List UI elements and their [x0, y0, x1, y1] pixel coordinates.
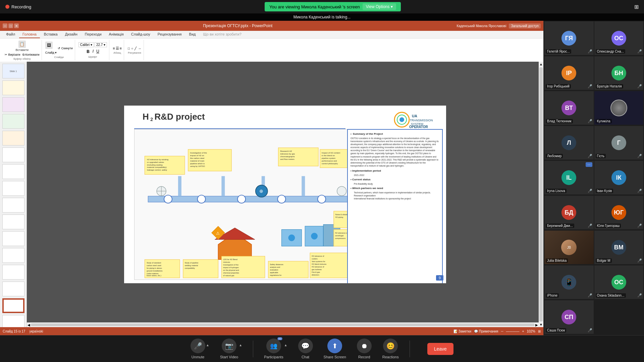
tab-insert[interactable]: Вставка [41, 31, 61, 38]
reactions-button[interactable]: 😊 Reactions [382, 339, 399, 359]
tab-home[interactable]: Головна [19, 31, 40, 38]
pp-close-btn[interactable]: ✕ [14, 23, 19, 28]
slide-thumb-8[interactable]: 8 [0, 181, 26, 196]
slide-thumb-12[interactable]: 12 [0, 248, 26, 263]
slide-thumb-9[interactable]: 9 [0, 198, 26, 213]
participant-tile-bratsiv[interactable]: БН Братців Наталія 🎤 [594, 56, 644, 90]
vertical-scrollbar[interactable]: ▲ ▼ [539, 62, 543, 327]
slide-thumb-14[interactable]: 14 [0, 282, 26, 296]
shape-arrow[interactable]: → [138, 46, 142, 51]
shape-rect[interactable]: □ [127, 46, 130, 51]
notes-btn[interactable]: 📝 Заметки [453, 329, 471, 333]
h-scroll-thumb[interactable] [31, 323, 535, 326]
slide-thumb-4[interactable]: 4 [0, 114, 26, 129]
reset-btn[interactable]: ↺ Скинути [58, 47, 73, 50]
participant-tile-oksana[interactable]: ОС Охана Skladann... 🎤 [594, 265, 644, 299]
scroll-left-btn[interactable]: ◀ [28, 323, 30, 327]
scroll-right-btn[interactable]: ▶ [535, 323, 538, 327]
cut-btn[interactable]: ✂ Вирізати [5, 53, 20, 57]
view-options-button[interactable]: View Options ▾ [363, 3, 396, 10]
video-arrow[interactable]: ▲ [239, 343, 242, 347]
tab-search[interactable]: Що ви хотіте зробити? [200, 31, 245, 38]
slide-thumb-3[interactable]: 3 [0, 97, 26, 112]
slide-thumb-13[interactable]: 13 [0, 265, 26, 280]
participant-tile-geletiy[interactable]: ГЯ Гелетій Ярос... 🎤 [544, 21, 594, 55]
participant-name: Любомир [546, 154, 563, 158]
slide-thumb-6[interactable]: 6 [0, 147, 26, 162]
scroll-up-btn[interactable]: ▲ [539, 62, 543, 66]
slide-thumb-1[interactable]: 1 Slide 1 [0, 64, 26, 78]
pp-min-btn[interactable]: ─ [3, 23, 7, 28]
zoom-slider[interactable]: ———— [506, 329, 520, 333]
slide-thumb-5[interactable]: 5 [0, 131, 26, 145]
new-slide-btn[interactable]: 🖼 Слайд ▾ [45, 42, 57, 55]
scroll-down-btn[interactable]: ▼ [539, 323, 543, 326]
participant-tile-bolgar[interactable]: BM Bolgar M 🎤 [594, 231, 644, 264]
slide-thumb-7[interactable]: 7 [0, 164, 26, 179]
tab-slideshow[interactable]: Слайд-шоу [128, 31, 154, 38]
shape-oval[interactable]: ○ [131, 46, 133, 51]
slide-thumb-16[interactable]: 16 [0, 315, 26, 327]
svg-text:applicable: applicable [270, 272, 278, 274]
participant-tile-sasha[interactable]: СП Саша Псюк 🎤 [544, 300, 594, 334]
share-screen-button[interactable]: ⬆ Share Screen [324, 339, 346, 359]
tab-design[interactable]: Дизайн [62, 31, 81, 38]
tab-view[interactable]: Вид [186, 31, 199, 38]
fit-btn[interactable]: ⊞ [538, 329, 541, 333]
participants-label: Participants [264, 355, 283, 359]
slide-thumb-15[interactable]: 15 [0, 298, 26, 313]
participants-arrow[interactable]: ▲ [284, 343, 287, 347]
slide-thumb-11[interactable]: 11 [0, 231, 26, 246]
shape-line[interactable]: ╱ [134, 46, 137, 51]
unmute-button[interactable]: 🎤 Unmute [191, 339, 205, 359]
grid-view-icon[interactable]: ⊞ [634, 4, 639, 10]
font-size-select[interactable]: 22.7 ▾ [95, 42, 107, 47]
svg-text:LDS for H2 Blend: LDS for H2 Blend [223, 258, 237, 260]
zoom-out-btn[interactable]: ─ [501, 329, 503, 333]
bold-btn[interactable]: B [85, 49, 91, 55]
align-right-btn[interactable]: ≡ [120, 46, 122, 50]
tab-review[interactable]: Рецензування [154, 31, 185, 38]
more-options-btn[interactable]: ··· [586, 162, 592, 167]
underline-btn[interactable]: U [95, 49, 100, 55]
participant-tile-berezhnyi[interactable]: БД Бережний Дми... 🎤 [544, 196, 594, 229]
participant-tile-vlad[interactable]: ВТ Влад Тютюнник 🎤 [544, 91, 594, 125]
unmute-arrow[interactable]: ▲ [206, 343, 209, 347]
participant-tile-guest[interactable]: Г Гість 🎤 [594, 126, 644, 160]
svg-text:Impact of H2 content: Impact of H2 content [322, 152, 340, 154]
horizontal-scrollbar[interactable]: ◀ ▶ [27, 322, 539, 327]
scroll-thumb[interactable] [539, 67, 543, 321]
align-center-btn[interactable]: ☰ [116, 46, 119, 51]
participant-tile-kulikila[interactable]: Куликіла [594, 91, 644, 125]
participant-tile-yulia[interactable]: ЮГ Юля Григораш 🎤 [594, 196, 644, 229]
participant-tile-julia[interactable]: JB Julia Biletska [544, 231, 594, 264]
slide-thumb-10[interactable]: 10 [0, 215, 26, 229]
zoom-in-btn[interactable]: + [522, 329, 524, 333]
start-video-button[interactable]: 📷 Start Video [220, 339, 238, 359]
participants-button[interactable]: 👥 60 Participants [264, 339, 283, 359]
pp-max-btn[interactable]: □ [8, 23, 13, 28]
paste-btn[interactable]: 📋 Вставити [14, 40, 30, 52]
avatar: ІР [561, 66, 576, 80]
participant-tile-iphone[interactable]: 📱 iPhone 🎤 [544, 265, 594, 299]
font-select[interactable]: Calibri ▾ [78, 42, 94, 47]
slide-thumb-2[interactable]: 2 [0, 80, 26, 95]
tab-file[interactable]: Файл [3, 31, 18, 38]
italic-btn[interactable]: I [92, 49, 95, 55]
tab-animation[interactable]: Анімація [106, 31, 127, 38]
participant-tile-iryna[interactable]: IL Iryna Lisova 🎤 ··· [544, 161, 594, 194]
participant-tile-ivan[interactable]: ІК Іван Кузів 🎤 [594, 161, 644, 194]
participant-tile-liubomyr[interactable]: Л Любомир 🎤 [544, 126, 594, 160]
svg-text:leakage control, safety: leakage control, safety [147, 169, 167, 171]
chat-button[interactable]: 💬 Chat [298, 339, 313, 359]
align-left-btn[interactable]: ≡ [113, 46, 115, 50]
tab-transitions[interactable]: Переходи [82, 31, 105, 38]
record-button[interactable]: ⏺ Record [357, 339, 372, 359]
participant-tile-igor[interactable]: ІР Ігор Рибіцький 🎤 [544, 56, 594, 90]
leave-button[interactable]: Leave [427, 343, 453, 355]
mute-icon: 🎤 [588, 293, 592, 298]
comments-btn[interactable]: 💬 Примечания [474, 329, 498, 333]
copy-btn[interactable]: ⧉ Копіювати [22, 53, 40, 57]
participant-tile-oleksandr[interactable]: ОС Олександр Сна... 🎤 [594, 21, 644, 55]
avatar: 📱 [561, 275, 576, 290]
